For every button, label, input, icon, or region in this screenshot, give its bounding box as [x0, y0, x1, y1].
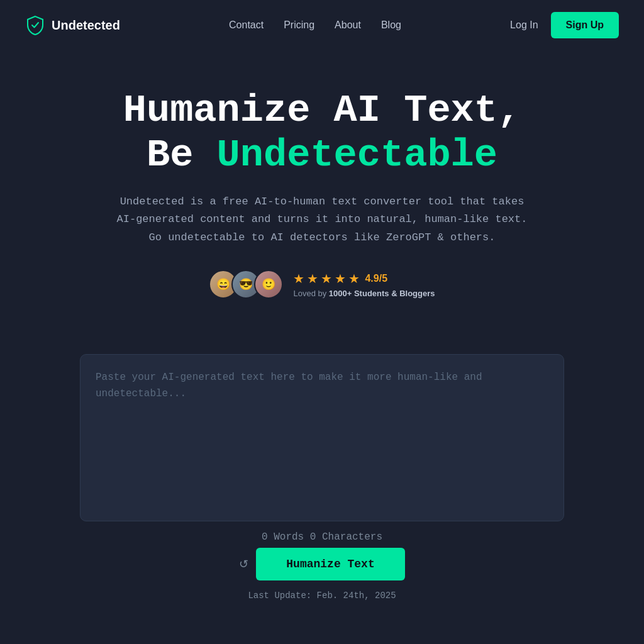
star-rating: ★ ★ ★ ★ ★ 4.9/5	[293, 271, 435, 286]
rating-label-bold: 1000+ Students & Bloggers	[329, 289, 435, 298]
star-4: ★	[335, 271, 346, 286]
hero-title-line2-prefix: Be	[147, 133, 217, 177]
logo-link[interactable]: Undetected	[25, 15, 120, 35]
rating-label: Loved by 1000+ Students & Bloggers	[293, 289, 435, 298]
ai-text-input[interactable]	[80, 355, 564, 518]
hero-section: Humanize AI Text, Be Undetectable Undete…	[0, 50, 644, 354]
navbar: Undetected Contact Pricing About Blog Lo…	[0, 0, 644, 50]
nav-contact[interactable]: Contact	[229, 19, 264, 31]
nav-blog[interactable]: Blog	[381, 19, 401, 31]
humanize-button[interactable]: Humanize Text	[256, 548, 404, 580]
hero-title-accent: Undetectable	[217, 133, 497, 177]
shield-icon	[25, 15, 45, 35]
star-3: ★	[321, 271, 332, 286]
hero-title: Humanize AI Text, Be Undetectable	[25, 88, 619, 178]
refresh-icon[interactable]: ↺	[239, 557, 248, 571]
nav-links: Contact Pricing About Blog	[229, 19, 401, 31]
hero-title-line1: Humanize AI Text,	[123, 88, 521, 133]
word-count: 0 Words 0 Characters	[80, 531, 564, 543]
star-2: ★	[307, 271, 318, 286]
text-input-wrapper	[80, 354, 564, 521]
avatar: 🙂	[254, 270, 283, 299]
humanize-row: ↺ Humanize Text	[80, 548, 564, 580]
star-5: ★	[348, 271, 360, 286]
social-proof: 😄 😎 🙂 ★ ★ ★ ★ ★ 4.9/5 Loved by 1000+ Stu…	[25, 270, 619, 299]
rating-block: ★ ★ ★ ★ ★ 4.9/5 Loved by 1000+ Students …	[293, 271, 435, 298]
textarea-section: 0 Words 0 Characters ↺ Humanize Text Las…	[55, 354, 589, 601]
avatar-group: 😄 😎 🙂	[209, 270, 283, 299]
login-button[interactable]: Log In	[510, 19, 538, 31]
nav-actions: Log In Sign Up	[510, 12, 619, 38]
rating-value: 4.9/5	[365, 273, 387, 284]
star-1: ★	[293, 271, 304, 286]
hero-description: Undetected is a free AI-to-human text co…	[114, 193, 530, 248]
rating-label-prefix: Loved by	[293, 289, 328, 298]
logo-text: Undetected	[52, 18, 120, 33]
last-update: Last Update: Feb. 24th, 2025	[80, 591, 564, 601]
nav-about[interactable]: About	[335, 19, 361, 31]
signup-button[interactable]: Sign Up	[551, 12, 619, 38]
nav-pricing[interactable]: Pricing	[284, 19, 314, 31]
